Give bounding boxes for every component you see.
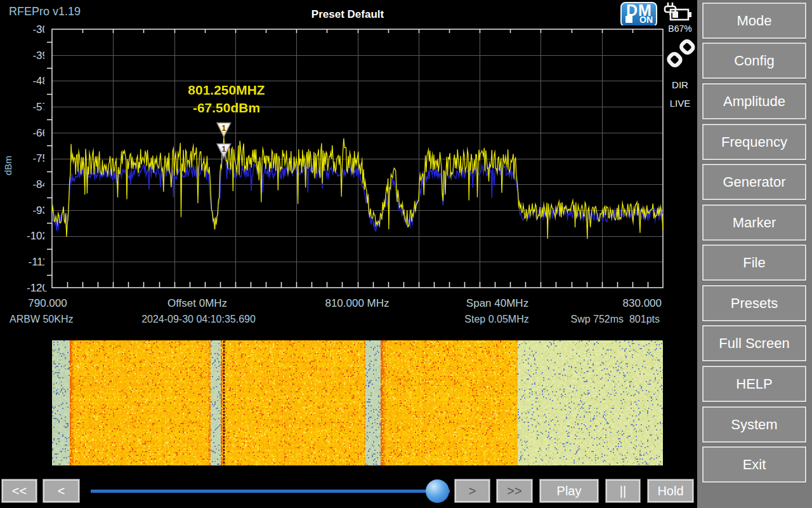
menu-button-full-screen[interactable]: Full Screen <box>702 325 806 361</box>
menu-button-help[interactable]: HELP <box>702 366 806 402</box>
page-title: Preset Default <box>0 8 695 21</box>
battery-level-label: B67% <box>664 23 697 34</box>
marker-frequency-label: 801.250MHZ <box>150 81 303 99</box>
waterfall-canvas[interactable] <box>52 340 663 465</box>
freq-span-label: Span 40MHz <box>466 297 528 310</box>
dm-toggle-indicator[interactable]: DM ON <box>620 2 657 27</box>
pause-button[interactable]: || <box>606 479 640 502</box>
hold-button[interactable]: Hold <box>648 479 693 502</box>
spectrum-plot-canvas[interactable] <box>44 25 666 291</box>
y-tick-label: -111 <box>0 256 48 269</box>
y-tick-label: -75 <box>0 152 48 165</box>
y-tick-label: -57 <box>0 101 48 114</box>
battery-charging-icon <box>662 2 693 22</box>
y-tick-label: -93 <box>0 204 48 217</box>
marker-1-peak-number: 1 <box>221 124 226 133</box>
timeline-slider-thumb[interactable] <box>426 479 449 503</box>
marker-readout: 801.250MHZ -67.50dBm <box>150 81 303 117</box>
y-tick-label: -102 <box>0 230 48 243</box>
freq-start-label: 790.000 <box>28 297 67 310</box>
y-tick-label: -39 <box>0 50 48 62</box>
menu-button-mode[interactable]: Mode <box>702 3 806 39</box>
menu-button-config[interactable]: Config <box>702 43 806 79</box>
freq-offset-label: Offset 0MHz <box>167 297 227 310</box>
timeline-slider-track[interactable] <box>91 490 450 493</box>
app-window: RFEPro v1.19 Preset Default DM ON B67% D… <box>0 0 812 508</box>
marker-amplitude-label: -67.50dBm <box>150 99 303 117</box>
timestamp-label: 2024-09-30 04:10:35.690 <box>141 314 256 325</box>
step-forward-button[interactable]: > <box>455 479 490 502</box>
menu-button-exit[interactable]: Exit <box>702 446 806 483</box>
live-status-label: LIVE <box>664 98 697 109</box>
y-tick-label: -84 <box>0 178 48 191</box>
menu-button-presets[interactable]: Presets <box>702 285 806 321</box>
dm-on-label: ON <box>639 15 653 25</box>
y-tick-label: -30 <box>0 23 48 36</box>
menu-button-system[interactable]: System <box>702 406 806 443</box>
freq-center-label: 810.000 MHz <box>325 297 389 310</box>
y-tick-label: -66 <box>0 127 48 140</box>
sweep-label: Swp 752ms 801pts <box>570 314 660 325</box>
y-tick-label: -48 <box>0 75 48 88</box>
freq-end-label: 830.000 <box>623 297 662 310</box>
arbw-label: ARBW 50KHz <box>10 314 73 325</box>
dm-square-icon <box>625 16 632 23</box>
menu-panel: Mode Config Amplitude Frequency Generato… <box>697 0 812 508</box>
menu-button-frequency[interactable]: Frequency <box>702 124 806 160</box>
menu-button-generator[interactable]: Generator <box>702 164 806 200</box>
link-disconnected-icon <box>666 38 695 70</box>
menu-button-amplitude[interactable]: Amplitude <box>702 83 806 119</box>
y-tick-label: -120 <box>0 282 48 295</box>
play-button[interactable]: Play <box>540 479 598 502</box>
step-back-button[interactable]: < <box>43 479 79 502</box>
rewind-button[interactable]: << <box>2 479 37 502</box>
fast-forward-button[interactable]: >> <box>497 479 532 502</box>
menu-button-file[interactable]: File <box>702 244 806 281</box>
dir-status-label: DIR <box>664 79 697 90</box>
step-label: Step 0.05MHz <box>464 314 528 325</box>
menu-button-marker[interactable]: Marker <box>702 204 806 241</box>
marker-1-average-number: 1 <box>221 145 226 154</box>
